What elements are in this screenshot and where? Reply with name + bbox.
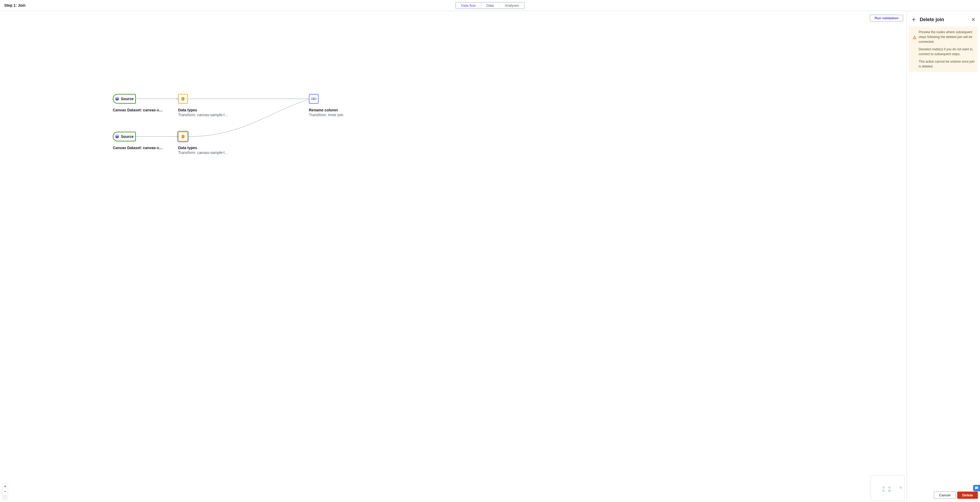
warning-line-2: Deselect node(s) if you do not want to c… [919,47,975,57]
node-data-types-1-title: Data types [178,108,229,112]
cube-icon [115,134,119,139]
rename-icon [311,97,317,101]
flow-canvas[interactable]: Run validation Source Canvas Dataset: ca… [0,11,907,502]
node-data-types-1-subtitle: Transform: canvas-sample-loans-part-… [178,113,229,117]
minimap[interactable] [871,475,904,500]
tab-analyses[interactable]: Analyses [500,2,524,9]
panel-title: Delete join [920,17,968,22]
zoom-controls [2,483,8,500]
chat-fab[interactable] [973,485,980,491]
close-button[interactable] [970,17,976,22]
svg-point-2 [181,97,184,98]
node-data-types-2-subtitle: Transform: canvas-sample-loans-part-… [178,151,229,155]
node-rename-column[interactable]: Rename column Transform: Inner join [309,94,344,117]
node-source-2[interactable]: Source Canvas Dataset: canvas-sample-… [113,132,164,150]
tab-data-flow[interactable]: Data flow [455,2,481,9]
cancel-button[interactable]: Cancel [934,492,956,499]
header-bar: Step 1: Join Data flow Data Analyses [0,0,980,11]
node-source-2-label: Source [121,134,134,139]
node-data-types-2[interactable]: Data types Transform: canvas-sample-loan… [178,132,229,155]
node-source-1-label: Source [121,97,134,101]
node-rename-title: Rename column [309,108,344,112]
warning-icon [913,36,916,39]
minus-icon [4,490,6,493]
plus-icon [4,485,6,488]
view-tabs: Data flow Data Analyses [455,2,524,9]
svg-rect-5 [314,98,316,100]
node-source-1[interactable]: Source Canvas Dataset: canvas-sample-… [113,94,164,112]
warning-line-3: This action cannot be undone once join i… [919,59,975,69]
run-validation-button[interactable]: Run validation [870,15,903,21]
database-icon [181,96,185,101]
tab-data[interactable]: Data [481,2,499,9]
node-source-1-title: Canvas Dataset: canvas-sample-… [113,108,164,112]
zoom-out-button[interactable] [2,489,8,494]
back-button[interactable] [911,16,917,23]
fullscreen-button[interactable] [2,494,8,500]
warning-line-1: Preview the nodes where subsequent steps… [919,30,975,44]
node-data-types-2-title: Data types [178,146,229,150]
node-source-2-title: Canvas Dataset: canvas-sample-… [113,146,164,150]
delete-join-panel: Delete join Preview the nodes where subs… [907,11,980,502]
cube-icon [115,97,119,101]
node-rename-subtitle: Transform: Inner join [309,113,344,117]
node-data-types-1[interactable]: Data types Transform: canvas-sample-loan… [178,94,229,117]
svg-point-3 [181,135,184,136]
close-icon [971,17,975,21]
delete-button[interactable]: Delete [957,492,978,499]
svg-rect-4 [311,98,313,100]
page-title: Step 1: Join [4,3,25,8]
chat-icon [975,486,978,490]
arrow-left-icon [912,17,916,22]
zoom-in-button[interactable] [2,483,8,489]
warning-banner: Preview the nodes where subsequent steps… [909,27,978,72]
database-icon [181,134,185,139]
expand-icon [4,496,6,498]
